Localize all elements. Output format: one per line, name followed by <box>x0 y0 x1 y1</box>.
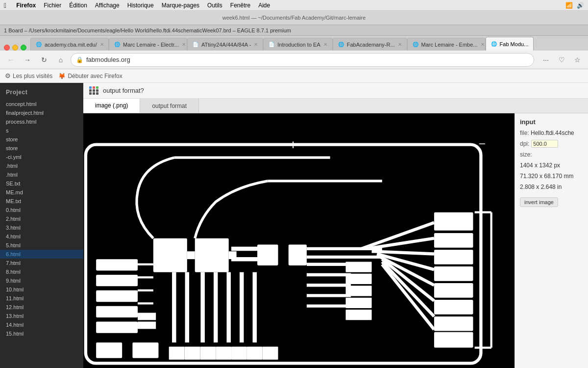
sidebar-item-setxt[interactable]: SE.txt <box>0 179 83 188</box>
svg-rect-3 <box>96 290 138 302</box>
svg-rect-29 <box>434 266 473 281</box>
sidebar-item-2html[interactable]: 2.html <box>0 214 83 223</box>
back-button[interactable]: ← <box>4 53 18 67</box>
svg-rect-67 <box>346 286 372 296</box>
content-area: output format? image (.png) output forma… <box>83 83 588 368</box>
sidebar-item-15html[interactable]: 15.html <box>0 329 83 338</box>
size-px-row: 1404 x 1342 px <box>520 161 583 170</box>
tab-close-6[interactable]: ✕ <box>481 42 485 47</box>
dot2 <box>93 86 95 89</box>
crosshair-symbol: + <box>289 138 297 152</box>
tab-close-3[interactable]: ✕ <box>254 42 258 47</box>
close-window-button[interactable] <box>4 45 10 51</box>
tab-attiny[interactable]: 📄 ATtiny24A/44A/84A - ✕ <box>187 38 263 51</box>
sidebar-item-0html[interactable]: 0.html <box>0 206 83 214</box>
menu-edition[interactable]: Édition <box>69 2 87 9</box>
pcb-circuit-svg <box>83 113 514 368</box>
sidebar-item-3html[interactable]: 3.html <box>0 223 83 232</box>
sidebar-item-finalproject[interactable]: finalproject.html <box>0 108 83 117</box>
refresh-button[interactable]: ↻ <box>37 53 51 67</box>
bookmark-button[interactable]: ☆ <box>570 53 584 67</box>
format-tab-png[interactable]: image (.png) <box>83 99 140 113</box>
pcb-canvas[interactable]: + – <box>83 113 514 368</box>
forward-button[interactable]: → <box>21 53 34 67</box>
sidebar-item-memd[interactable]: ME.md <box>0 188 83 197</box>
tab-marc-electr[interactable]: 🌐 Marc Lemaire - Electr... ✕ <box>109 38 187 51</box>
menu-marquepages[interactable]: Marque-pages <box>162 2 199 9</box>
svg-rect-30 <box>434 283 473 298</box>
dpi-input[interactable] <box>531 140 558 148</box>
tab-favicon-5: 🌐 <box>338 42 344 47</box>
tab-favicon-3: 📄 <box>193 42 198 47</box>
tab-favicon-7: 🌐 <box>491 41 497 47</box>
svg-rect-69 <box>346 310 372 320</box>
url-text: fabmodules.org <box>86 56 529 63</box>
svg-rect-33 <box>434 332 473 348</box>
menu-historique[interactable]: Historique <box>127 2 154 9</box>
size-mm-row: 71.320 x 68.170 mm <box>520 172 583 181</box>
menu-right-icons: 📶 🔊 <box>565 2 584 9</box>
sidebar-item-6html[interactable]: 6.html <box>0 250 83 259</box>
sidebar-item-s[interactable]: s <box>0 126 83 135</box>
tab-close-1[interactable]: ✕ <box>100 42 104 47</box>
tab-fabacademy[interactable]: 🌐 FabAcademany-R... ✕ <box>333 38 407 51</box>
svg-rect-56 <box>216 346 231 360</box>
menu-aide[interactable]: Aide <box>258 2 270 9</box>
sidebar-item-11html[interactable]: 11.html <box>0 294 83 303</box>
tab-marc-embe[interactable]: 🌐 Marc Lemaire - Embe... ✕ <box>407 38 486 51</box>
menu-affichage[interactable]: Affichage <box>95 2 120 9</box>
size-px-value: 1404 x 1342 px <box>520 162 560 169</box>
sidebar-item-5html[interactable]: 5.html <box>0 241 83 250</box>
visited-firefox[interactable]: 🦊 Débuter avec Firefox <box>58 73 122 79</box>
more-button[interactable]: ··· <box>539 53 553 67</box>
tab-favicon-2: 🌐 <box>114 42 120 47</box>
dpi-row: dpi: <box>520 139 583 148</box>
sidebar-item-8html[interactable]: 8.html <box>0 267 83 276</box>
menu-outils[interactable]: Outils <box>207 2 222 9</box>
security-icon: 🔒 <box>76 56 83 63</box>
url-bar[interactable]: 🔒 fabmodules.org <box>71 53 534 67</box>
dpi-label: dpi: <box>520 139 529 148</box>
visited-settings[interactable]: ⚙ Les plus visités <box>5 72 52 79</box>
tab-close-2[interactable]: ✕ <box>182 42 186 47</box>
dot3 <box>96 86 98 89</box>
sidebar-item-13html[interactable]: 13.html <box>0 312 83 320</box>
menu-fichier[interactable]: Fichier <box>44 2 61 9</box>
sidebar-item-process[interactable]: process.html <box>0 117 83 126</box>
sidebar-item-10html[interactable]: 10.html <box>0 285 83 294</box>
format-tab-output[interactable]: output format <box>140 99 199 113</box>
home-button[interactable]: ⌂ <box>54 53 68 67</box>
svg-rect-53 <box>169 346 185 360</box>
dot9 <box>96 92 98 95</box>
tab-academy[interactable]: 🌐 academy.cba.mit.edu/ ✕ <box>30 38 109 51</box>
sidebar-item-14html[interactable]: 14.html <box>0 320 83 329</box>
menu-fenetre[interactable]: Fenêtre <box>230 2 250 9</box>
sidebar-item-concept[interactable]: concept.html <box>0 100 83 108</box>
tab-label-3: ATtiny24A/44A/84A - <box>201 42 251 48</box>
fullscreen-window-button[interactable] <box>21 45 26 51</box>
sidebar: Project concept.html finalproject.html p… <box>0 83 83 368</box>
sidebar-item-metxt[interactable]: ME.txt <box>0 197 83 206</box>
tab-intro-eagle[interactable]: 📄 Introduction to EA ✕ <box>263 38 332 51</box>
sidebar-item-ci[interactable]: -ci.yml <box>0 153 83 161</box>
sidebar-item-html2[interactable]: .html <box>0 170 83 179</box>
sidebar-item-4html[interactable]: 4.html <box>0 232 83 241</box>
dot1 <box>89 86 92 89</box>
file-value: Hello.ftdi.44sche <box>531 130 574 136</box>
pocket-button[interactable]: ♡ <box>555 53 568 67</box>
tab-fabmodu[interactable]: 🌐 Fab Modu... <box>486 37 534 51</box>
sidebar-item-store2[interactable]: store <box>0 144 83 153</box>
tab-label-1: academy.cba.mit.edu/ <box>45 42 97 48</box>
sidebar-item-9html[interactable]: 9.html <box>0 276 83 285</box>
svg-rect-8 <box>153 238 187 272</box>
app-name[interactable]: Firefox <box>16 2 36 9</box>
tab-close-4[interactable]: ✕ <box>323 42 327 47</box>
tab-close-5[interactable]: ✕ <box>398 42 402 47</box>
svg-rect-65 <box>346 262 372 272</box>
sidebar-item-html1[interactable]: .html <box>0 161 83 170</box>
sidebar-item-12html[interactable]: 12.html <box>0 303 83 312</box>
sidebar-item-store1[interactable]: store <box>0 135 83 144</box>
minimize-window-button[interactable] <box>12 45 18 51</box>
invert-image-button[interactable]: invert image <box>520 197 558 207</box>
sidebar-item-7html[interactable]: 7.html <box>0 259 83 267</box>
